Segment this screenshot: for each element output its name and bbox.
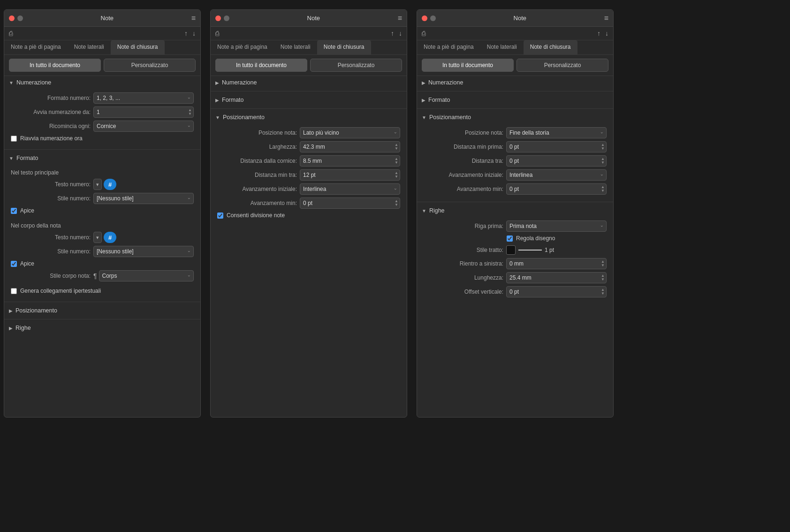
regola-disegno-checkbox-3[interactable] [507, 236, 513, 242]
section-posiz-2[interactable]: ▼ Posizionamento [211, 111, 407, 124]
dist-tra-input-3[interactable] [506, 155, 607, 167]
tab-note-chiu-2[interactable]: Note di chiusura [317, 40, 371, 54]
section-righe-1[interactable]: ▶ Righe [4, 321, 200, 334]
ricomincia-select-1[interactable]: Cornice [93, 121, 194, 132]
posiz-nota-select-2[interactable]: Lato più vicino [300, 127, 400, 138]
lunghezza-down-3[interactable]: ▼ [600, 278, 606, 281]
avanz-ini-label-2: Avanzamento iniziale: [217, 186, 297, 192]
rientro-sin-stepper-3: ▲ ▼ [506, 258, 607, 269]
scope-row-3: In tutto il documento Personalizzato [417, 55, 613, 76]
avanz-ini-select-3[interactable]: Interlinea [506, 169, 607, 181]
stile-tratto-label-3: Stile tratto: [424, 247, 503, 253]
up-arrow-3[interactable]: ↑ [597, 30, 600, 37]
tab-note-lat-2[interactable]: Note laterali [274, 40, 317, 54]
dist-min-prima-down-3[interactable]: ▼ [600, 147, 606, 151]
dist-min-prima-input-3[interactable] [506, 141, 607, 152]
minimize-button-3[interactable] [430, 15, 436, 21]
avanz-min-input-3[interactable] [506, 183, 607, 195]
rientro-sin-down-3[interactable]: ▼ [600, 264, 606, 267]
dist-cornice-down-2[interactable]: ▼ [394, 161, 399, 165]
section-formato-2[interactable]: ▶ Formato [211, 93, 407, 106]
larghezza-down-2[interactable]: ▼ [394, 147, 399, 151]
scope-all-3[interactable]: In tutto il documento [422, 59, 514, 72]
scope-custom-3[interactable]: Personalizzato [517, 59, 608, 72]
close-button-1[interactable] [9, 15, 15, 21]
section-posiz-3[interactable]: ▼ Posizionamento [417, 111, 613, 124]
scope-all-1[interactable]: In tutto il documento [9, 59, 101, 72]
section-posiz-content-3: Posizione nota: Fine della storia Distan… [417, 124, 613, 200]
section-righe-content-3: Riga prima: Prima nota Regola disegno St… [417, 217, 613, 303]
tab-note-pie-2[interactable]: Note a piè di pagina [211, 40, 274, 54]
larghezza-input-2[interactable] [300, 141, 400, 152]
apice-corpo-checkbox-1[interactable] [11, 261, 17, 267]
formato-numero-select-1[interactable]: 1, 2, 3, ... [93, 92, 194, 104]
section-numerazione-2[interactable]: ▶ Numerazione [211, 76, 407, 89]
section-numerazione-3[interactable]: ▶ Numerazione [417, 76, 613, 89]
offset-vert-down-3[interactable]: ▼ [600, 292, 606, 296]
section-righe-3[interactable]: ▼ Righe [417, 204, 613, 217]
lunghezza-input-3[interactable] [506, 272, 607, 283]
close-button-2[interactable] [215, 15, 221, 21]
section-formato-1[interactable]: ▼ Formato [4, 152, 200, 165]
riavvia-checkbox-1[interactable] [11, 136, 17, 142]
stile-num-corpo-select-1[interactable]: [Nessuno stile] [93, 246, 194, 257]
tabs-row-1: Note a piè di pagina Note laterali Note … [4, 40, 200, 55]
menu-icon-1[interactable]: ≡ [191, 14, 196, 23]
avvia-down-1[interactable]: ▼ [187, 112, 193, 116]
avanz-ini-select-2[interactable]: Interlinea [300, 183, 400, 195]
dropdown-arrow-corpo-1[interactable]: ▾ [93, 232, 102, 243]
titlebar-1: Note ≡ [4, 10, 200, 27]
tab-note-lat-3[interactable]: Note laterali [480, 40, 524, 54]
stile-num-main-select-1[interactable]: [Nessuno stile] [93, 193, 194, 204]
scope-custom-2[interactable]: Personalizzato [310, 59, 402, 72]
dist-tra-row-3: Distanza tra: ▲ ▼ [417, 154, 613, 168]
stile-corpo-nota-select-1[interactable]: Corps [99, 270, 194, 281]
share-icon-3[interactable]: ⎙ [422, 30, 425, 37]
section-numerazione-1[interactable]: ▼ Numerazione [4, 76, 200, 89]
avanz-min-down-2[interactable]: ▼ [394, 203, 399, 207]
section-posiz-1[interactable]: ▶ Posizionamento [4, 304, 200, 317]
avanz-min-input-2[interactable] [300, 198, 400, 209]
minimize-button-1[interactable] [17, 15, 23, 21]
dist-cornice-label-2: Distanza dalla cornice: [217, 158, 297, 164]
color-swatch-3[interactable] [506, 245, 516, 255]
down-arrow-1[interactable]: ↓ [192, 30, 196, 37]
tab-note-pie-1[interactable]: Note a piè di pagina [4, 40, 68, 54]
apice-main-checkbox-1[interactable] [11, 208, 17, 214]
menu-icon-3[interactable]: ≡ [604, 14, 608, 23]
down-arrow-3[interactable]: ↓ [605, 30, 608, 37]
testo-num-corpo-badge-1: ▾ # [93, 232, 194, 243]
offset-vert-arrows-3: ▲ ▼ [600, 288, 606, 296]
dist-min-tra-down-2[interactable]: ▼ [394, 175, 399, 179]
down-arrow-2[interactable]: ↓ [399, 30, 402, 37]
avvia-input-1[interactable] [93, 106, 194, 118]
dist-tra-down-3[interactable]: ▼ [600, 161, 606, 165]
share-icon-1[interactable]: ⎙ [9, 30, 13, 37]
scope-all-2[interactable]: In tutto il documento [215, 59, 307, 72]
up-arrow-1[interactable]: ↑ [184, 30, 188, 37]
minimize-button-2[interactable] [224, 15, 229, 21]
section-formato-3[interactable]: ▶ Formato [417, 93, 613, 106]
share-icon-2[interactable]: ⎙ [215, 30, 219, 37]
consenti-div-checkbox-2[interactable] [217, 213, 223, 219]
titlebar-3: Note ≡ [417, 10, 613, 27]
dropdown-arrow-main-1[interactable]: ▾ [93, 179, 102, 190]
posiz-nota-select-3[interactable]: Fine della storia [506, 127, 607, 138]
offset-vert-stepper-3: ▲ ▼ [506, 286, 607, 297]
close-button-3[interactable] [422, 15, 427, 21]
up-arrow-2[interactable]: ↑ [391, 30, 394, 37]
tab-note-lat-1[interactable]: Note laterali [68, 40, 111, 54]
tab-note-pie-3[interactable]: Note a piè di pagina [417, 40, 480, 54]
tab-note-chiu-1[interactable]: Note di chiusura [111, 40, 165, 54]
tab-note-chiu-3[interactable]: Note di chiusura [524, 40, 577, 54]
avanz-min-down-3[interactable]: ▼ [600, 189, 606, 193]
riga-prima-select-3[interactable]: Prima nota [506, 220, 607, 232]
menu-icon-2[interactable]: ≡ [398, 14, 402, 23]
dist-min-tra-input-2[interactable] [300, 169, 400, 181]
offset-vert-input-3[interactable] [506, 286, 607, 297]
scope-custom-1[interactable]: Personalizzato [104, 59, 196, 72]
rientro-sin-input-3[interactable] [506, 258, 607, 269]
genera-col-checkbox-1[interactable] [11, 288, 17, 294]
testo-num-main-row-1: Testo numero: ▾ # [4, 177, 200, 191]
dist-cornice-input-2[interactable] [300, 155, 400, 167]
